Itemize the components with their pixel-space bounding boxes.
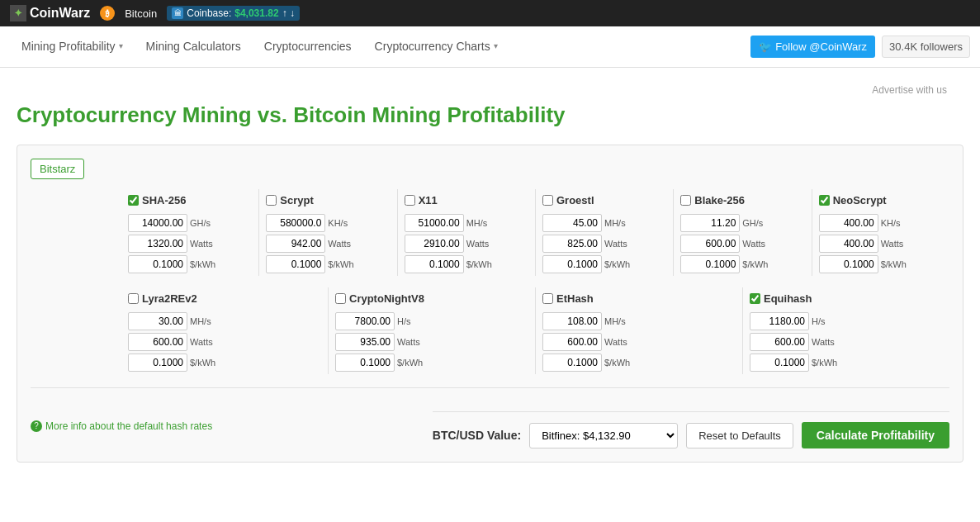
- left-spacer-2: [31, 287, 121, 374]
- algo-name-label-2: X11: [419, 194, 438, 206]
- hashrate-input-4[interactable]: [680, 214, 740, 232]
- cost-row-11: $/kWh: [335, 354, 528, 372]
- algo-block-scrypt: ScryptKH/sWatts$/kWh: [259, 189, 397, 276]
- algo-checkbox-lyra2rev2[interactable]: [128, 293, 139, 304]
- algo-row-2-blocks: Lyra2REv2MH/sWatts$/kWhCryptoNightV8H/sW…: [121, 287, 949, 374]
- algo-block-equihash: EquihashH/sWatts$/kWh: [743, 287, 949, 374]
- cost-unit-12: $/kWh: [604, 358, 630, 368]
- algo-name-row-3: Groestl: [542, 189, 666, 211]
- advertise-text: Advertise with us: [17, 84, 947, 96]
- watts-input-10[interactable]: [128, 333, 187, 351]
- watts-input-1[interactable]: [266, 235, 325, 253]
- hashrate-input-0[interactable]: [128, 214, 187, 232]
- cost-unit-3: $/kWh: [604, 259, 630, 269]
- bitstarz-button[interactable]: Bitstarz: [31, 159, 84, 179]
- watts-row-1: Watts: [266, 235, 390, 253]
- help-icon: ?: [31, 420, 42, 432]
- algo-block-blake-256: Blake-256GH/sWatts$/kWh: [674, 189, 812, 276]
- cost-input-2[interactable]: [405, 255, 464, 273]
- algo-name-label-11: CryptoNightV8: [349, 292, 424, 305]
- algo-checkbox-ethash[interactable]: [542, 293, 553, 304]
- watts-input-13[interactable]: [750, 333, 809, 351]
- bottom-bar: BTC/USD Value: Bitfinex: $4,132.90 Reset…: [433, 411, 949, 448]
- algo-checkbox-blake-256[interactable]: [680, 195, 691, 206]
- watts-input-5[interactable]: [819, 235, 878, 253]
- hashrate-unit-4: GH/s: [742, 218, 765, 228]
- btc-usd-label: BTC/USD Value:: [433, 429, 521, 442]
- algo-checkbox-neoscrypt[interactable]: [819, 195, 830, 206]
- algo-name-label-3: Groestl: [556, 194, 594, 206]
- nav-mining-calculators[interactable]: Mining Calculators: [135, 26, 253, 67]
- hashrate-input-3[interactable]: [542, 214, 602, 232]
- cost-input-10[interactable]: [128, 354, 187, 372]
- cost-input-11[interactable]: [335, 354, 395, 372]
- nav-mining-calculators-label: Mining Calculators: [146, 40, 241, 53]
- algo-name-label-5: NeoScrypt: [833, 194, 887, 206]
- calculator-box: Bitstarz SHA-256GH/sWatts$/kWhScryptKH/s…: [17, 145, 963, 463]
- nav-right: 🐦 Follow @CoinWarz 30.4K followers: [750, 36, 970, 58]
- cost-row-10: $/kWh: [128, 354, 321, 372]
- watts-row-2: Watts: [405, 235, 528, 253]
- watts-unit-0: Watts: [190, 239, 213, 249]
- nav-crypto-charts[interactable]: Cryptocurrency Charts ▾: [363, 26, 509, 67]
- watts-input-12[interactable]: [542, 333, 602, 351]
- cost-input-13[interactable]: [750, 354, 809, 372]
- twitter-follow-button[interactable]: 🐦 Follow @CoinWarz: [750, 36, 875, 58]
- algo-name-label-4: Blake-256: [694, 194, 745, 206]
- hashrate-unit-2: MH/s: [466, 218, 490, 228]
- watts-input-2[interactable]: [405, 235, 464, 253]
- help-link[interactable]: ? More info about the default hash rates: [31, 420, 212, 432]
- bitcoin-label: Bitcoin: [125, 7, 157, 20]
- algos-row2-wrapper: Lyra2REv2MH/sWatts$/kWhCryptoNightV8H/sW…: [121, 287, 949, 374]
- cost-input-4[interactable]: [680, 255, 740, 273]
- cost-input-5[interactable]: [819, 255, 878, 273]
- reset-button[interactable]: Reset to Defaults: [686, 423, 793, 448]
- algo-block-sha-256: SHA-256GH/sWatts$/kWh: [121, 189, 259, 276]
- watts-input-0[interactable]: [128, 235, 187, 253]
- hashrate-input-11[interactable]: [335, 312, 395, 330]
- hashrate-row-2: MH/s: [405, 214, 528, 232]
- calculate-button[interactable]: Calculate Profitability: [802, 422, 949, 448]
- watts-input-11[interactable]: [335, 333, 395, 351]
- hashrate-input-1[interactable]: [266, 214, 325, 232]
- help-text: More info about the default hash rates: [45, 420, 212, 432]
- watts-row-4: Watts: [680, 235, 804, 253]
- algo-checkbox-sha-256[interactable]: [128, 195, 139, 206]
- algo-checkbox-groestl[interactable]: [542, 195, 553, 206]
- cost-row-4: $/kWh: [680, 255, 804, 273]
- nav-mining-profitability-label: Mining Profitability: [21, 40, 116, 53]
- cost-input-12[interactable]: [542, 354, 602, 372]
- watts-unit-13: Watts: [812, 337, 835, 347]
- hashrate-input-2[interactable]: [405, 214, 464, 232]
- hashrate-input-13[interactable]: [750, 312, 809, 330]
- watts-input-3[interactable]: [542, 235, 602, 253]
- nav-mining-profitability[interactable]: Mining Profitability ▾: [10, 26, 135, 67]
- cost-input-0[interactable]: [128, 255, 187, 273]
- nav-cryptocurrencies[interactable]: Cryptocurrencies: [253, 26, 363, 67]
- coinbase-info: 🏛 Coinbase: $4,031.82 ↑ ↓: [167, 6, 300, 21]
- cost-input-3[interactable]: [542, 255, 602, 273]
- algo-block-groestl: GroestlMH/sWatts$/kWh: [536, 189, 674, 276]
- hashrate-unit-10: MH/s: [190, 316, 213, 326]
- cost-input-1[interactable]: [266, 255, 325, 273]
- algo-checkbox-scrypt[interactable]: [266, 195, 277, 206]
- hashrate-input-12[interactable]: [542, 312, 602, 330]
- page-title: Cryptocurrency Mining vs. Bitcoin Mining…: [17, 102, 963, 128]
- algo-checkbox-x11[interactable]: [405, 195, 415, 206]
- logo-text: CoinWarz: [30, 6, 90, 21]
- hashrate-unit-3: MH/s: [604, 218, 627, 228]
- cost-row-3: $/kWh: [542, 255, 666, 273]
- algo-checkbox-equihash[interactable]: [750, 293, 760, 304]
- cost-row-0: $/kWh: [128, 255, 252, 273]
- algo-name-row-2: X11: [405, 189, 528, 211]
- followers-badge: 30.4K followers: [882, 36, 970, 58]
- twitter-icon: 🐦: [759, 40, 772, 53]
- hashrate-input-5[interactable]: [819, 214, 878, 232]
- cost-row-12: $/kWh: [542, 354, 736, 372]
- watts-row-0: Watts: [128, 235, 252, 253]
- btc-usd-select[interactable]: Bitfinex: $4,132.90: [529, 423, 678, 448]
- algo-checkbox-cryptonightv8[interactable]: [335, 293, 346, 304]
- watts-input-4[interactable]: [680, 235, 740, 253]
- hashrate-input-10[interactable]: [128, 312, 187, 330]
- watts-row-12: Watts: [542, 333, 736, 351]
